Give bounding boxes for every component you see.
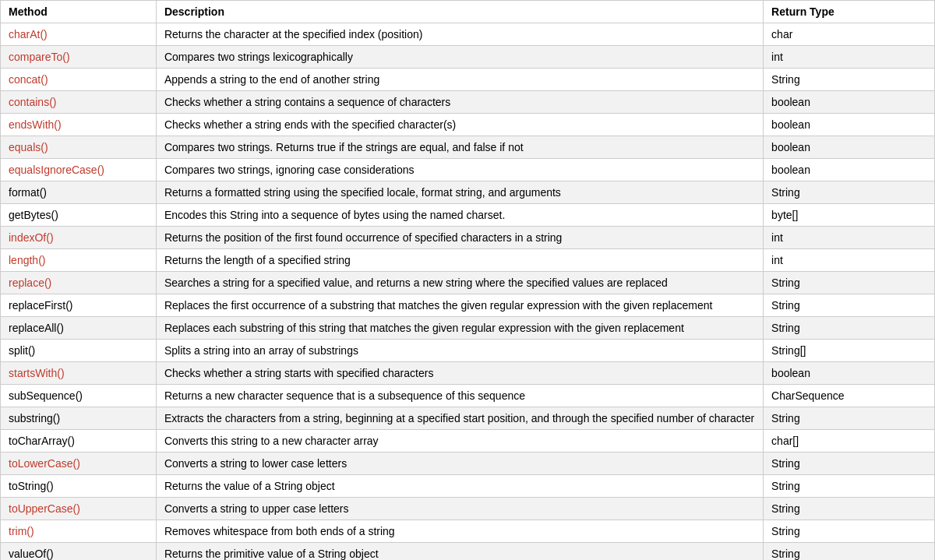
- table-row: toUpperCase()Converts a string to upper …: [1, 498, 935, 520]
- return-type-cell: boolean: [764, 136, 935, 159]
- description-cell: Returns the value of a String object: [156, 475, 763, 498]
- description-cell: Replaces each substring of this string t…: [156, 317, 763, 340]
- method-cell: toUpperCase(): [1, 498, 157, 520]
- header-return-type: Return Type: [764, 1, 935, 23]
- method-link[interactable]: endsWith(): [9, 118, 62, 131]
- description-cell: Compares two strings, ignoring case cons…: [156, 159, 763, 181]
- method-cell: compareTo(): [1, 46, 157, 69]
- method-label: replaceFirst(): [9, 299, 72, 312]
- method-link[interactable]: charAt(): [9, 28, 48, 41]
- table-row: replace()Searches a string for a specifi…: [1, 272, 935, 294]
- description-cell: Splits a string into an array of substri…: [156, 340, 763, 362]
- description-cell: Returns the position of the first found …: [156, 227, 763, 249]
- method-cell: getBytes(): [1, 204, 157, 227]
- return-type-cell: String: [764, 317, 935, 340]
- return-type-cell: int: [764, 46, 935, 69]
- method-cell: subSequence(): [1, 385, 157, 407]
- method-link[interactable]: equals(): [9, 141, 48, 153]
- description-cell: Appends a string to the end of another s…: [156, 69, 763, 91]
- description-cell: Returns the character at the specified i…: [156, 23, 763, 46]
- method-cell: trim(): [1, 520, 157, 543]
- method-cell: toString(): [1, 475, 157, 498]
- table-row: format()Returns a formatted string using…: [1, 181, 935, 204]
- method-label: format(): [9, 186, 47, 199]
- table-row: indexOf()Returns the position of the fir…: [1, 227, 935, 249]
- method-link[interactable]: trim(): [9, 525, 34, 537]
- table-row: endsWith()Checks whether a string ends w…: [1, 114, 935, 136]
- method-label: getBytes(): [9, 209, 58, 221]
- method-cell: equals(): [1, 136, 157, 159]
- return-type-cell: String: [764, 69, 935, 91]
- method-cell: concat(): [1, 69, 157, 91]
- method-label: valueOf(): [9, 548, 54, 560]
- description-cell: Checks whether a string contains a seque…: [156, 91, 763, 114]
- method-cell: charAt(): [1, 23, 157, 46]
- method-cell: replaceAll(): [1, 317, 157, 340]
- method-link[interactable]: length(): [9, 254, 45, 266]
- method-link[interactable]: replace(): [9, 276, 51, 289]
- header-description: Description: [156, 1, 763, 23]
- method-link[interactable]: compareTo(): [9, 51, 70, 63]
- return-type-cell: String: [764, 181, 935, 204]
- return-type-cell: String: [764, 294, 935, 317]
- return-type-cell: String: [764, 407, 935, 430]
- header-method: Method: [1, 1, 157, 23]
- table-row: replaceFirst()Replaces the first occurre…: [1, 294, 935, 317]
- method-cell: equalsIgnoreCase(): [1, 159, 157, 181]
- method-cell: split(): [1, 340, 157, 362]
- return-type-cell: String: [764, 520, 935, 543]
- description-cell: Checks whether a string ends with the sp…: [156, 114, 763, 136]
- method-cell: replaceFirst(): [1, 294, 157, 317]
- return-type-cell: int: [764, 227, 935, 249]
- table-row: length()Returns the length of a specifie…: [1, 249, 935, 272]
- method-link[interactable]: toUpperCase(): [9, 502, 80, 515]
- methods-table: Method Description Return Type charAt()R…: [0, 0, 935, 560]
- description-cell: Returns a new character sequence that is…: [156, 385, 763, 407]
- description-cell: Returns the primitive value of a String …: [156, 543, 763, 561]
- method-link[interactable]: toLowerCase(): [9, 457, 80, 470]
- description-cell: Encodes this String into a sequence of b…: [156, 204, 763, 227]
- method-link[interactable]: indexOf(): [9, 231, 54, 244]
- description-cell: Returns a formatted string using the spe…: [156, 181, 763, 204]
- method-label: split(): [9, 344, 35, 357]
- return-type-cell: String: [764, 543, 935, 561]
- method-label: replaceAll(): [9, 322, 64, 334]
- method-cell: valueOf(): [1, 543, 157, 561]
- method-link[interactable]: equalsIgnoreCase(): [9, 164, 104, 176]
- table-row: contains()Checks whether a string contai…: [1, 91, 935, 114]
- method-cell: format(): [1, 181, 157, 204]
- table-row: compareTo()Compares two strings lexicogr…: [1, 46, 935, 69]
- return-type-cell: boolean: [764, 114, 935, 136]
- description-cell: Checks whether a string starts with spec…: [156, 362, 763, 385]
- description-cell: Converts this string to a new character …: [156, 430, 763, 453]
- method-cell: startsWith(): [1, 362, 157, 385]
- return-type-cell: char[]: [764, 430, 935, 453]
- table-row: substring()Extracts the characters from …: [1, 407, 935, 430]
- method-cell: toCharArray(): [1, 430, 157, 453]
- description-cell: Converts a string to lower case letters: [156, 453, 763, 475]
- description-cell: Converts a string to upper case letters: [156, 498, 763, 520]
- table-row: equals()Compares two strings. Returns tr…: [1, 136, 935, 159]
- return-type-cell: byte[]: [764, 204, 935, 227]
- table-row: toCharArray()Converts this string to a n…: [1, 430, 935, 453]
- method-link[interactable]: startsWith(): [9, 367, 65, 379]
- method-label: toCharArray(): [9, 435, 75, 447]
- method-link[interactable]: concat(): [9, 73, 48, 86]
- method-cell: substring(): [1, 407, 157, 430]
- return-type-cell: String: [764, 498, 935, 520]
- table-row: getBytes()Encodes this String into a seq…: [1, 204, 935, 227]
- table-row: replaceAll()Replaces each substring of t…: [1, 317, 935, 340]
- return-type-cell: boolean: [764, 91, 935, 114]
- table-row: startsWith()Checks whether a string star…: [1, 362, 935, 385]
- method-cell: indexOf(): [1, 227, 157, 249]
- table-row: trim()Removes whitespace from both ends …: [1, 520, 935, 543]
- table-row: split()Splits a string into an array of …: [1, 340, 935, 362]
- return-type-cell: String: [764, 272, 935, 294]
- description-cell: Extracts the characters from a string, b…: [156, 407, 763, 430]
- description-cell: Searches a string for a specified value,…: [156, 272, 763, 294]
- table-row: equalsIgnoreCase()Compares two strings, …: [1, 159, 935, 181]
- method-label: toString(): [9, 480, 54, 492]
- method-link[interactable]: contains(): [9, 96, 56, 108]
- table-row: concat()Appends a string to the end of a…: [1, 69, 935, 91]
- method-label: subSequence(): [9, 389, 83, 402]
